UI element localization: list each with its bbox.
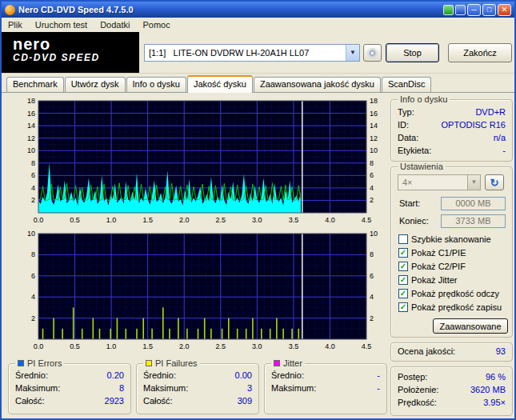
advanced-button[interactable]: Zaawansowane [433,318,508,334]
eject-button[interactable] [363,44,382,62]
end-label: Koniec: [399,216,429,226]
svg-text:0.5: 0.5 [70,216,80,224]
checkbox-icon[interactable]: ✓ [398,262,408,271]
svg-text:8: 8 [370,159,374,167]
svg-text:0.5: 0.5 [70,342,80,350]
tab-jakosc-dysku[interactable]: Jakość dysku [187,75,253,93]
disc-icon [367,48,378,58]
svg-text:14: 14 [370,122,378,130]
svg-text:2: 2 [31,314,35,322]
svg-text:10: 10 [370,230,378,238]
stat-row: Średnio:0.00 [137,369,258,382]
svg-text:2.0: 2.0 [179,342,190,350]
titlebar-blue-icon[interactable] [455,5,466,15]
settings-title: Ustawienia [398,162,446,171]
tab-benchmark[interactable]: Benchmark [6,77,64,92]
svg-text:2.5: 2.5 [216,216,226,224]
refresh-button[interactable]: ↻ [485,174,504,190]
stat-row: Średnio:0.20 [9,369,130,382]
pi-failures-panel-title: PI Failures [155,358,198,368]
pi-failures-chart: 2244668810100.00.51.01.52.02.53.03.54.04… [6,229,384,354]
svg-text:6: 6 [31,171,35,179]
svg-text:2.0: 2.0 [179,216,190,224]
svg-text:6: 6 [31,272,35,280]
menu-pomoc[interactable]: Pomoc [136,18,176,31]
svg-text:1.0: 1.0 [106,342,117,350]
svg-text:3.0: 3.0 [252,342,262,350]
end-field[interactable]: 3733 MB [441,214,506,228]
pi-errors-panel-title: PI Errors [27,358,62,368]
checkbox-read-speed[interactable]: ✓ Pokaż prędkość odczy [398,289,510,298]
start-label: Start: [399,198,420,208]
drive-select[interactable]: [1:1] LITE-ON DVDRW LH-20A1H LL07 ▼ [144,44,360,62]
logo-line2: CD-DVD SPEED [13,52,139,63]
stat-row [265,394,386,398]
quality-score-value: 93 [496,346,506,356]
checkbox-write-speed[interactable]: ✓ Pokaż prędkość zapisu [398,302,510,312]
drive-name: LITE-ON DVDRW LH-20A1H LL07 [174,48,310,58]
jitter-panel-title: Jitter [283,358,302,368]
jitter-legend-icon [274,360,280,366]
svg-text:4.5: 4.5 [362,342,372,350]
app-window: Nero CD-DVD Speed 4.7.5.0 ─ □ ✕ Plik Uru… [0,0,516,420]
svg-text:3.5: 3.5 [289,342,299,350]
stat-row: Całość:309 [137,394,258,407]
disc-info-title: Info o dysku [398,94,450,104]
close-button[interactable]: ✕ [498,4,511,16]
menu-dodatki[interactable]: Dodatki [94,18,136,31]
svg-text:0.0: 0.0 [34,342,44,350]
checkbox-icon[interactable]: ✓ [398,275,408,285]
chevron-down-icon[interactable]: ▼ [346,45,359,61]
svg-text:4.0: 4.0 [325,216,335,224]
checkbox-icon[interactable]: ✓ [398,289,408,298]
svg-text:1.0: 1.0 [106,216,117,224]
stat-row: Całość:2923 [9,394,130,407]
logo-line1: nero [13,35,139,54]
stat-row: Maksimum:3 [137,382,258,394]
jitter-panel: Jitter Średnio:- Maksimum:- [264,363,387,414]
header-toolbar: nero CD-DVD SPEED [1:1] LITE-ON DVDRW LH… [2,32,514,74]
tab-info-o-dysku[interactable]: Info o dysku [126,77,186,92]
tab-utworz-dysk[interactable]: Utwórz dysk [65,77,126,92]
svg-text:18: 18 [370,97,378,105]
disc-id-row: ID:OPTODISC R16 [391,118,512,131]
progress-row: Postęp:96 % [391,370,512,383]
checkbox-icon[interactable]: ✓ [398,302,408,312]
minimize-button[interactable]: ─ [467,4,481,16]
svg-text:12: 12 [27,134,35,142]
tab-strip: Benchmark Utwórz dysk Info o dysku Jakoś… [2,74,514,93]
menu-uruchom-test[interactable]: Uruchom test [29,18,94,31]
checkbox-icon[interactable] [398,234,408,244]
nero-logo: nero CD-DVD SPEED [2,32,139,73]
svg-text:10: 10 [27,230,35,238]
svg-text:4: 4 [370,293,374,301]
start-field[interactable]: 0000 MB [441,197,506,210]
stop-button[interactable]: Stop [386,43,439,62]
drive-index: [1:1] [149,48,166,58]
stat-row: Średnio:- [265,369,386,382]
svg-text:3.5: 3.5 [289,216,299,224]
svg-text:1.5: 1.5 [142,342,153,350]
pi-errors-chart: 22446688101012121414161618180.00.51.01.5… [6,96,384,227]
checkbox-icon[interactable]: ✓ [398,248,408,258]
pi-failures-legend-icon [146,360,152,366]
checkbox-fast-scan[interactable]: Szybkie skanowanie [398,234,510,244]
tab-scandisc[interactable]: ScanDisc [382,77,431,92]
menu-plik[interactable]: Plik [2,18,29,31]
svg-text:16: 16 [27,110,35,118]
svg-text:6: 6 [370,171,374,179]
maximize-button[interactable]: □ [482,4,496,16]
exit-button[interactable]: Zakończ [448,43,512,62]
checkbox-c1-pie[interactable]: ✓ Pokaż C1/PIE [398,248,510,258]
checkbox-jitter[interactable]: ✓ Pokaż Jitter [398,275,510,285]
quality-score-row: Ocena jakości: 93 [391,343,512,358]
speed-select[interactable]: 4× ▼ [398,174,481,190]
settings-group: Ustawienia 4× ▼ ↻ Start: 0000 MB Koniec:… [390,166,513,338]
svg-text:4.5: 4.5 [362,216,372,224]
chevron-down-icon[interactable]: ▼ [467,175,480,190]
svg-text:8: 8 [31,159,35,167]
titlebar-green-icon[interactable] [443,5,454,15]
tab-zaawansowana-jakosc[interactable]: Zaawansowana jakość dysku [254,77,381,92]
checkbox-c2-pif[interactable]: ✓ Pokaż C2/PIF [398,262,510,271]
speed-row: Prędkość:3.95× [391,396,512,409]
